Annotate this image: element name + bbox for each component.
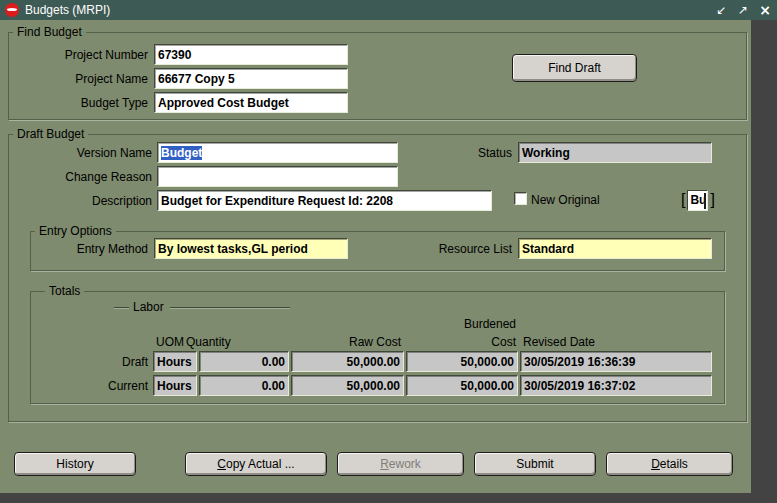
entry-options-legend: Entry Options	[35, 224, 116, 238]
draft-quantity-field: 0.00	[199, 351, 289, 372]
find-budget-legend: Find Budget	[13, 25, 86, 39]
details-button[interactable]: Details	[606, 452, 733, 476]
window-controls: ↙ ↗ ×	[714, 3, 772, 17]
draft-raw-cost-field: 50,000.00	[291, 351, 404, 372]
project-name-label: Project Name	[8, 72, 148, 86]
entry-method-field[interactable]: By lowest tasks,GL period	[154, 238, 348, 259]
window-title: Budgets (MRPI)	[25, 3, 110, 17]
burdened-header: Burdened	[426, 317, 516, 331]
entry-method-label: Entry Method	[8, 242, 148, 256]
status-label: Status	[430, 146, 512, 160]
description-field[interactable]: Budget for Expenditure Request Id: 2208	[157, 190, 492, 211]
oracle-logo-icon[interactable]	[5, 3, 19, 17]
version-name-label: Version Name	[8, 146, 152, 160]
project-name-field[interactable]: 66677 Copy 5	[154, 68, 348, 89]
revised-date-header: Revised Date	[523, 335, 595, 349]
draft-uom-field: Hours	[153, 351, 197, 372]
project-number-label: Project Number	[8, 48, 148, 62]
draft-budget-legend: Draft Budget	[13, 127, 88, 141]
totals-legend: Totals	[45, 284, 84, 298]
new-original-checkbox[interactable]	[514, 192, 527, 205]
budget-type-field[interactable]: Approved Cost Budget	[154, 92, 348, 113]
current-revised-date-field: 30/05/2019 16:37:02	[520, 375, 712, 396]
budget-type-label: Budget Type	[8, 96, 148, 110]
resource-list-field[interactable]: Standard	[518, 238, 712, 259]
draft-burdened-cost-field: 50,000.00	[406, 351, 518, 372]
description-label: Description	[8, 194, 152, 208]
current-raw-cost-field: 50,000.00	[291, 375, 404, 396]
draft-row-label: Draft	[60, 355, 148, 369]
submit-button[interactable]: Submit	[474, 452, 596, 476]
status-field: Working	[518, 142, 712, 163]
labor-line-left	[114, 307, 129, 308]
application-window: Budgets (MRPI) ↙ ↗ × Find Budget Project…	[0, 0, 777, 503]
clipped-budget-button[interactable]: Bu	[681, 189, 715, 211]
new-original-label: New Original	[531, 193, 600, 207]
raw-cost-header: Raw Cost	[301, 335, 401, 349]
title-bar: Budgets (MRPI) ↙ ↗ ×	[0, 0, 777, 20]
current-burdened-cost-field: 50,000.00	[406, 375, 518, 396]
quantity-header: Quantity	[186, 335, 231, 349]
labor-line-right	[170, 307, 290, 308]
draft-revised-date-field: 30/05/2019 16:36:39	[520, 351, 712, 372]
change-reason-label: Change Reason	[8, 170, 152, 184]
resource-list-label: Resource List	[412, 242, 512, 256]
find-draft-button[interactable]: Find Draft	[512, 54, 637, 82]
current-quantity-field: 0.00	[199, 375, 289, 396]
version-name-selection: Budget	[161, 146, 202, 160]
current-uom-field: Hours	[153, 375, 197, 396]
maximize-icon[interactable]: ↗	[736, 3, 750, 17]
labor-label: Labor	[133, 300, 164, 314]
close-icon[interactable]: ×	[758, 3, 772, 17]
version-name-field[interactable]: Budget	[157, 142, 398, 163]
cost-header: Cost	[426, 335, 516, 349]
history-button[interactable]: History	[14, 452, 136, 476]
rework-button: Rework	[337, 452, 464, 476]
copy-actual-button[interactable]: Copy Actual ...	[185, 452, 327, 476]
uom-header: UOM	[156, 335, 184, 349]
current-row-label: Current	[60, 379, 148, 393]
project-number-field[interactable]: 67390	[154, 44, 348, 65]
restore-icon[interactable]: ↙	[714, 3, 728, 17]
change-reason-field[interactable]	[157, 166, 398, 187]
text-cursor	[704, 193, 706, 209]
